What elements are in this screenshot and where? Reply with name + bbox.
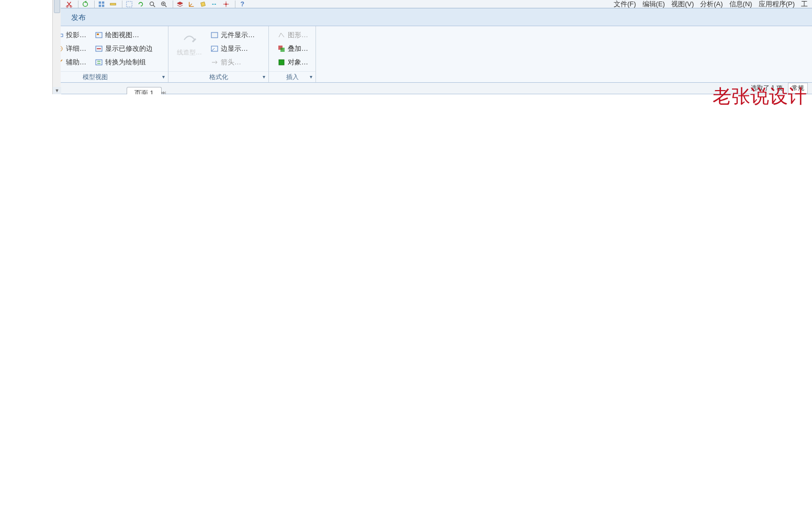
svg-rect-31 — [280, 48, 285, 52]
svg-rect-28 — [211, 32, 218, 38]
quick-access-toolbar: ? 文件(F) 编辑(E) 视图(V) 分析(A) 信息(N) 应用程序(P) … — [0, 0, 812, 8]
ribbon-tabs: 草绘 审阅 发布 — [0, 8, 812, 26]
svg-rect-9 — [102, 1, 104, 3]
ruler-icon[interactable] — [109, 1, 119, 8]
csys-icon[interactable] — [188, 1, 197, 8]
ribbon: 页面 一般 ▾ 投影… 详细… 辅助… 绘图视图… 显示已修改的边 转换为绘制组… — [0, 26, 812, 83]
edge-display-button[interactable]: 边显示… — [208, 43, 257, 54]
svg-rect-8 — [99, 1, 101, 3]
show-modified-edges-button[interactable]: 显示已修改的边 — [93, 43, 155, 54]
side-scrollbar[interactable]: ▲ ▼ — [52, 0, 61, 94]
svg-point-7 — [83, 2, 88, 6]
svg-rect-32 — [279, 60, 284, 65]
tab-publish[interactable]: 发布 — [63, 10, 94, 26]
select-icon[interactable] — [126, 1, 135, 8]
help-icon[interactable]: ? — [239, 1, 248, 8]
to-draft-group-button[interactable]: 转换为绘制组 — [93, 57, 155, 68]
ribbon-group-insert: 插入▾ — [269, 71, 315, 82]
line-style-button[interactable]: 线造型… — [173, 28, 206, 59]
overlay-button[interactable]: 叠加… — [275, 43, 310, 54]
layer-icon[interactable] — [176, 1, 186, 8]
svg-text:?: ? — [241, 1, 244, 8]
menu-edit[interactable]: 编辑(E) — [642, 0, 665, 9]
grid-icon[interactable] — [98, 1, 107, 8]
svg-rect-12 — [110, 3, 116, 5]
zoom-in-icon[interactable] — [160, 1, 170, 8]
object-button[interactable]: 对象… — [275, 57, 310, 68]
axis-icon[interactable] — [211, 1, 220, 8]
svg-rect-27 — [96, 60, 102, 65]
shape-button: 图形… — [275, 29, 310, 41]
menu-view[interactable]: 视图(V) — [671, 0, 694, 9]
regen-icon[interactable] — [82, 1, 91, 8]
svg-rect-10 — [99, 4, 101, 6]
svg-rect-13 — [127, 1, 132, 7]
refresh-icon[interactable] — [137, 1, 146, 8]
sheet-tab-1[interactable]: 页面 1 — [127, 87, 162, 94]
menu-app[interactable]: 应用程序(P) — [759, 0, 795, 9]
drawing-view-button[interactable]: 绘图视图… — [93, 29, 155, 41]
svg-point-16 — [225, 3, 227, 5]
menu-file[interactable]: 文件(F) — [614, 0, 636, 9]
cut-icon[interactable] — [65, 1, 75, 8]
svg-point-14 — [150, 2, 154, 5]
plane-icon[interactable] — [199, 1, 209, 8]
watermark-text: 老张说设计 — [713, 84, 807, 94]
menu-info[interactable]: 信息(N) — [729, 0, 752, 9]
menu-tool[interactable]: 工 — [801, 0, 808, 9]
menu-analysis[interactable]: 分析(A) — [700, 0, 723, 9]
svg-rect-11 — [102, 4, 104, 6]
arrow-button: 箭头… — [208, 57, 257, 68]
menu-bar: 文件(F) 编辑(E) 视图(V) 分析(A) 信息(N) 应用程序(P) 工 — [614, 0, 808, 8]
point-icon[interactable] — [222, 1, 232, 8]
selection-status-bar: 选取了 1 项 常规 — [0, 83, 812, 94]
ribbon-group-format: 格式化▾ — [168, 71, 268, 82]
svg-rect-25 — [97, 34, 99, 35]
zoom-fit-icon[interactable] — [149, 1, 158, 8]
side-lower-panel: ▲ ▼ — [0, 0, 61, 94]
component-display-button[interactable]: 元件显示… — [208, 29, 257, 41]
